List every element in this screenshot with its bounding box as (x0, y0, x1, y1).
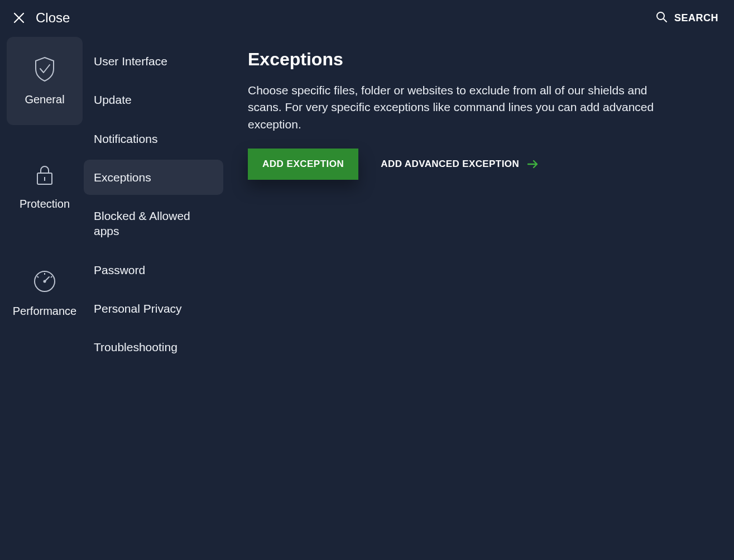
category-protection[interactable]: Protection (7, 143, 83, 231)
subnav-item-troubleshooting[interactable]: Troubleshooting (84, 329, 223, 365)
action-row: ADD EXCEPTION ADD ADVANCED EXCEPTION (248, 149, 712, 180)
page-description: Choose specific files, folder or website… (248, 82, 683, 133)
lock-icon (35, 164, 55, 189)
svg-line-5 (37, 276, 39, 277)
subnav-item-update[interactable]: Update (84, 82, 223, 117)
subnav-item-exceptions[interactable]: Exceptions (84, 160, 223, 195)
category-label: Performance (13, 305, 77, 318)
top-bar: Close SEARCH (0, 0, 734, 31)
svg-point-0 (657, 12, 664, 20)
category-general[interactable]: General (7, 37, 83, 125)
svg-line-6 (51, 276, 52, 277)
category-performance[interactable]: Performance (7, 249, 83, 337)
subnav-item-user-interface[interactable]: User Interface (84, 44, 223, 79)
close-label: Close (36, 10, 70, 26)
subnav-item-notifications[interactable]: Notifications (84, 121, 223, 156)
subnav-item-personal-privacy[interactable]: Personal Privacy (84, 291, 223, 326)
add-exception-button[interactable]: ADD EXCEPTION (248, 149, 358, 180)
search-label: SEARCH (674, 12, 718, 24)
subnav-label: User Interface (94, 55, 167, 68)
subnav-label: Blocked & Allowed apps (94, 209, 190, 237)
subnav-label: Personal Privacy (94, 302, 182, 315)
subnav-label: Notifications (94, 132, 157, 145)
arrow-right-icon (527, 160, 539, 169)
button-label: ADD ADVANCED EXCEPTION (381, 159, 519, 170)
main-layout: General Protection (0, 31, 734, 558)
svg-point-7 (44, 280, 46, 283)
page-title: Exceptions (248, 49, 712, 70)
search-button[interactable]: SEARCH (655, 11, 718, 25)
subnav-label: Update (94, 93, 132, 106)
gauge-icon (32, 269, 57, 296)
subnav-label: Troubleshooting (94, 341, 177, 353)
search-icon (655, 11, 668, 25)
button-label: ADD EXCEPTION (262, 159, 344, 169)
add-advanced-exception-button[interactable]: ADD ADVANCED EXCEPTION (381, 159, 539, 170)
subnav-item-blocked-allowed[interactable]: Blocked & Allowed apps (84, 198, 223, 249)
subnav-label: Password (94, 264, 145, 276)
subnav-label: Exceptions (94, 171, 151, 184)
close-button[interactable]: Close (13, 10, 70, 26)
shield-icon (33, 56, 56, 84)
category-label: General (25, 93, 64, 106)
close-icon (13, 12, 25, 23)
category-label: Protection (20, 198, 70, 210)
category-sidebar: General Protection (0, 31, 84, 558)
subnav: User Interface Update Notifications Exce… (84, 31, 223, 558)
subnav-item-password[interactable]: Password (84, 252, 223, 288)
content-panel: Exceptions Choose specific files, folder… (223, 31, 734, 558)
